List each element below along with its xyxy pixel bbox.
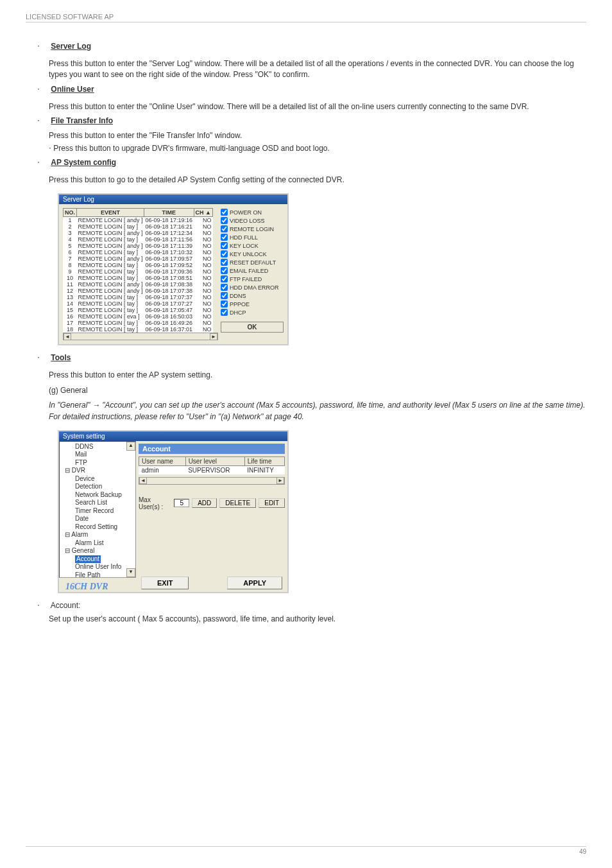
window-titlebar: System setting	[59, 431, 287, 441]
table-row[interactable]: 7REMOTE LOGIN [ andy ]06-09-18 17:09:57N…	[64, 256, 213, 262]
edit-button[interactable]: EDIT	[259, 498, 285, 508]
bullet-title: Account:	[51, 601, 81, 610]
filter-remote-login[interactable]: REMOTE LOGIN	[221, 225, 284, 233]
server-log-window: Server Log NO. EVENT TIME CH ▲ 1REMOTE L…	[58, 193, 289, 345]
filter-dhcp[interactable]: DHCP	[221, 308, 284, 317]
tree-panel[interactable]: ▲ DDNS Mail FTP ⊟ DVR Device Detection N…	[59, 441, 136, 578]
col-username[interactable]: User name	[139, 456, 186, 465]
filter-video-loss[interactable]: VIDEO LOSS	[221, 216, 284, 225]
scroll-down-icon[interactable]: ▼	[126, 568, 135, 577]
tree-item-online-user-info[interactable]: Online User Info	[61, 563, 134, 571]
scroll-right-icon[interactable]: ►	[276, 477, 284, 484]
page-header: LICENSED SOFTWARE AP	[26, 13, 586, 22]
filter-ddns[interactable]: DDNS	[221, 291, 284, 300]
tree-item-device[interactable]: Device	[61, 475, 134, 483]
table-row[interactable]: 5REMOTE LOGIN [ andy ]06-09-18 17:11:39N…	[64, 243, 213, 249]
maxuser-input[interactable]	[174, 499, 189, 507]
header-left: LICENSED SOFTWARE AP	[26, 13, 114, 21]
table-row[interactable]: 10REMOTE LOGIN [ tay ]06-09-18 17:08:51N…	[64, 275, 213, 281]
tree-item-date[interactable]: Date	[61, 515, 134, 523]
scroll-left-icon[interactable]: ◄	[139, 477, 147, 484]
table-row[interactable]: 17REMOTE LOGIN [ tay ]06-09-18 16:49:26N…	[64, 320, 213, 326]
table-row[interactable]: 14REMOTE LOGIN [ tay ]06-09-18 17:07:27N…	[64, 300, 213, 307]
bullet-title: Online User	[51, 85, 94, 94]
filter-email-failed[interactable]: EMAIL FAILED	[221, 266, 284, 275]
maxuser-controls: Max User(s) : ADD DELETE EDIT	[139, 496, 285, 510]
filter-checkbox[interactable]	[221, 225, 228, 232]
col-userlevel[interactable]: User level	[185, 456, 244, 465]
tree-group-dvr[interactable]: ⊟ DVR	[61, 467, 134, 475]
bullet-title: Tools	[51, 353, 71, 362]
tree-item-ftp[interactable]: FTP	[61, 459, 134, 467]
filter-checkbox[interactable]	[221, 267, 228, 274]
filter-checkbox[interactable]	[221, 292, 228, 299]
tree-item-network-backup[interactable]: Network Backup	[61, 491, 134, 499]
tree-item-timer-record[interactable]: Timer Record	[61, 507, 134, 516]
tree-group-alarm[interactable]: ⊟ Alarm	[61, 531, 134, 539]
table-row[interactable]: 9REMOTE LOGIN [ tay ]06-09-18 17:09:36NO	[64, 268, 213, 275]
table-row[interactable]: 2REMOTE LOGIN [ tay ]06-09-18 17:16:21NO	[64, 223, 213, 230]
bullet-tools: ‧ Tools	[37, 353, 586, 366]
table-row[interactable]: 16REMOTE LOGIN [ eva ]06-09-18 16:50:03N…	[64, 313, 213, 320]
filter-pppoe[interactable]: PPPOE	[221, 300, 284, 308]
window-titlebar: Server Log	[59, 195, 287, 204]
table-row[interactable]: 18REMOTE LOGIN [ tay ]06-09-18 16:37:01N…	[64, 326, 213, 333]
delete-button[interactable]: DELETE	[219, 498, 256, 508]
table-row[interactable]: 1REMOTE LOGIN [ andy ]06-09-18 17:19:16N…	[64, 217, 213, 224]
filter-reset-default[interactable]: RESET DEFAULT	[221, 258, 284, 266]
col-ch[interactable]: CH ▲	[194, 209, 212, 217]
filter-column: POWER ONVIDEO LOSSREMOTE LOGINHDD FULLKE…	[221, 208, 284, 340]
filter-checkbox[interactable]	[221, 250, 228, 257]
filter-key-unlock[interactable]: KEY UNLOCK	[221, 250, 284, 258]
tree-item-mail[interactable]: Mail	[61, 451, 134, 459]
tree-item-alarm-list[interactable]: Alarm List	[61, 539, 134, 548]
filter-checkbox[interactable]	[221, 259, 228, 266]
tree-item-file-path[interactable]: File Path	[61, 571, 134, 578]
filter-checkbox[interactable]	[221, 275, 228, 282]
tree-item-ddns[interactable]: DDNS	[61, 443, 134, 451]
filter-checkbox[interactable]	[221, 217, 228, 224]
col-lifetime[interactable]: Life time	[244, 456, 284, 465]
filter-ftp-failed[interactable]: FTP FAILED	[221, 275, 284, 283]
filter-checkbox[interactable]	[221, 300, 228, 308]
filter-hdd-dma-error[interactable]: HDD DMA ERROR	[221, 283, 284, 291]
horizontal-scrollbar[interactable]: ◄ ►	[139, 477, 285, 485]
tree-item-record-setting[interactable]: Record Setting	[61, 523, 134, 532]
horizontal-scrollbar[interactable]: ◄ ►	[63, 333, 218, 340]
filter-checkbox[interactable]	[221, 284, 228, 291]
filter-checkbox[interactable]	[221, 309, 228, 316]
table-row[interactable]: 12REMOTE LOGIN [ andy ]06-09-18 17:07:38…	[64, 288, 213, 294]
filter-key-lock[interactable]: KEY LOCK	[221, 241, 284, 250]
col-time[interactable]: TIME	[144, 209, 194, 217]
table-row[interactable]: 15REMOTE LOGIN [ tay ]06-09-18 17:05:47N…	[64, 307, 213, 313]
scroll-right-icon[interactable]: ►	[210, 333, 217, 340]
table-row[interactable]: 11REMOTE LOGIN [ andy ]06-09-18 17:08:38…	[64, 281, 213, 288]
bullet-account: ‧ Account:	[37, 601, 586, 610]
table-row[interactable]: 3REMOTE LOGIN [ andy ]06-09-18 17:12:34N…	[64, 230, 213, 236]
table-row[interactable]: admin SUPERVISOR INFINITY	[139, 465, 285, 474]
col-no[interactable]: NO.	[64, 209, 77, 217]
filter-checkbox[interactable]	[221, 242, 228, 249]
col-event[interactable]: EVENT	[77, 209, 144, 217]
file-transfer-text: Press this button to enter the "File Tra…	[49, 130, 586, 141]
table-row[interactable]: 4REMOTE LOGIN [ tay ]06-09-18 17:11:56NO	[64, 236, 213, 243]
apply-button[interactable]: APPLY	[227, 577, 282, 589]
tree-item-detection[interactable]: Detection	[61, 483, 134, 491]
bullet-title: AP System config	[51, 158, 116, 167]
filter-power-on[interactable]: POWER ON	[221, 208, 284, 216]
online-user-text: Press this button to enter the "Online U…	[49, 101, 586, 112]
ok-button[interactable]: OK	[221, 322, 284, 333]
table-row[interactable]: 6REMOTE LOGIN [ tay ]06-09-18 17:10:32NO	[64, 249, 213, 256]
add-button[interactable]: ADD	[192, 498, 217, 508]
filter-checkbox[interactable]	[221, 209, 228, 216]
exit-button[interactable]: EXIT	[141, 577, 189, 589]
tree-item-search-list[interactable]: Search List	[61, 499, 134, 507]
tree-group-general[interactable]: ⊟ General	[61, 547, 134, 555]
tree-item-account[interactable]: Account	[61, 555, 134, 564]
table-row[interactable]: 13REMOTE LOGIN [ tay ]06-09-18 17:07:37N…	[64, 294, 213, 300]
filter-checkbox[interactable]	[221, 234, 228, 241]
table-row[interactable]: 8REMOTE LOGIN [ tay ]06-09-18 17:09:52NO	[64, 262, 213, 268]
scroll-up-icon[interactable]: ▲	[126, 442, 135, 451]
filter-hdd-full[interactable]: HDD FULL	[221, 233, 284, 241]
scroll-left-icon[interactable]: ◄	[64, 333, 71, 340]
